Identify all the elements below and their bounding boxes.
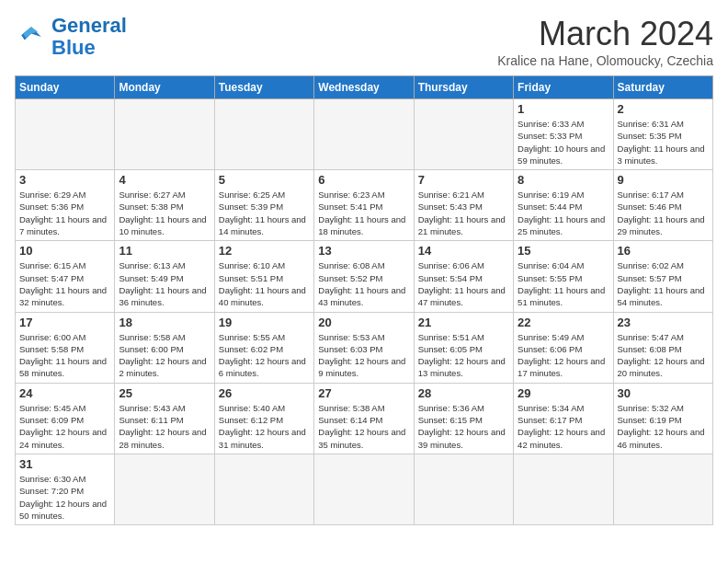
day-number: 1 bbox=[518, 102, 609, 116]
week-row-1: 3Sunrise: 6:29 AM Sunset: 5:36 PM Daylig… bbox=[16, 170, 713, 241]
day-number: 19 bbox=[219, 316, 310, 329]
day-info: Sunrise: 6:04 AM Sunset: 5:55 PM Dayligh… bbox=[518, 259, 609, 308]
calendar-cell: 6Sunrise: 6:23 AM Sunset: 5:41 PM Daylig… bbox=[314, 170, 414, 241]
calendar-cell: 16Sunrise: 6:02 AM Sunset: 5:57 PM Dayli… bbox=[613, 241, 712, 312]
day-info: Sunrise: 6:33 AM Sunset: 5:33 PM Dayligh… bbox=[518, 118, 609, 167]
day-info: Sunrise: 5:55 AM Sunset: 6:02 PM Dayligh… bbox=[219, 331, 310, 380]
day-info: Sunrise: 5:38 AM Sunset: 6:14 PM Dayligh… bbox=[318, 402, 409, 451]
calendar-cell: 7Sunrise: 6:21 AM Sunset: 5:43 PM Daylig… bbox=[414, 170, 513, 241]
day-info: Sunrise: 5:40 AM Sunset: 6:12 PM Dayligh… bbox=[219, 402, 310, 451]
header-row: SundayMondayTuesdayWednesdayThursdayFrid… bbox=[16, 76, 713, 99]
week-row-2: 10Sunrise: 6:15 AM Sunset: 5:47 PM Dayli… bbox=[16, 241, 713, 312]
calendar-cell: 12Sunrise: 6:10 AM Sunset: 5:51 PM Dayli… bbox=[214, 241, 313, 312]
calendar-cell: 11Sunrise: 6:13 AM Sunset: 5:49 PM Dayli… bbox=[115, 241, 214, 312]
day-number: 16 bbox=[618, 244, 709, 258]
calendar-cell bbox=[16, 99, 115, 170]
week-row-4: 24Sunrise: 5:45 AM Sunset: 6:09 PM Dayli… bbox=[16, 383, 713, 454]
calendar-cell: 31Sunrise: 6:30 AM Sunset: 7:20 PM Dayli… bbox=[16, 454, 115, 524]
day-info: Sunrise: 5:47 AM Sunset: 6:08 PM Dayligh… bbox=[618, 331, 709, 380]
calendar-cell: 1Sunrise: 6:33 AM Sunset: 5:33 PM Daylig… bbox=[514, 99, 613, 170]
day-number: 23 bbox=[618, 316, 709, 329]
day-info: Sunrise: 6:29 AM Sunset: 5:36 PM Dayligh… bbox=[19, 189, 110, 237]
day-info: Sunrise: 6:00 AM Sunset: 5:58 PM Dayligh… bbox=[19, 331, 110, 380]
calendar-cell: 26Sunrise: 5:40 AM Sunset: 6:12 PM Dayli… bbox=[214, 383, 313, 454]
day-number: 17 bbox=[19, 316, 110, 329]
calendar-cell: 20Sunrise: 5:53 AM Sunset: 6:03 PM Dayli… bbox=[314, 312, 414, 383]
day-number: 12 bbox=[219, 244, 310, 258]
day-number: 6 bbox=[318, 173, 409, 187]
calendar-cell: 29Sunrise: 5:34 AM Sunset: 6:17 PM Dayli… bbox=[514, 383, 613, 454]
day-info: Sunrise: 6:25 AM Sunset: 5:39 PM Dayligh… bbox=[219, 189, 310, 237]
day-info: Sunrise: 5:51 AM Sunset: 6:05 PM Dayligh… bbox=[418, 331, 509, 380]
calendar-cell: 22Sunrise: 5:49 AM Sunset: 6:06 PM Dayli… bbox=[514, 312, 613, 383]
day-info: Sunrise: 5:58 AM Sunset: 6:00 PM Dayligh… bbox=[119, 331, 210, 380]
calendar-cell: 21Sunrise: 5:51 AM Sunset: 6:05 PM Dayli… bbox=[414, 312, 513, 383]
day-number: 31 bbox=[19, 457, 110, 471]
day-number: 13 bbox=[318, 244, 409, 258]
day-info: Sunrise: 6:27 AM Sunset: 5:38 PM Dayligh… bbox=[119, 189, 210, 237]
logo-icon bbox=[15, 20, 48, 53]
calendar-table: SundayMondayTuesdayWednesdayThursdayFrid… bbox=[15, 75, 713, 525]
day-number: 5 bbox=[219, 173, 310, 187]
calendar-body: 1Sunrise: 6:33 AM Sunset: 5:33 PM Daylig… bbox=[16, 99, 713, 525]
day-info: Sunrise: 6:08 AM Sunset: 5:52 PM Dayligh… bbox=[318, 259, 409, 308]
day-info: Sunrise: 6:30 AM Sunset: 7:20 PM Dayligh… bbox=[19, 473, 110, 522]
logo: GeneralBlue bbox=[15, 15, 127, 59]
day-number: 11 bbox=[119, 244, 210, 258]
calendar-cell bbox=[314, 454, 414, 524]
calendar-cell: 17Sunrise: 6:00 AM Sunset: 5:58 PM Dayli… bbox=[16, 312, 115, 383]
day-header-sunday: Sunday bbox=[16, 76, 115, 99]
calendar-cell: 5Sunrise: 6:25 AM Sunset: 5:39 PM Daylig… bbox=[214, 170, 313, 241]
day-number: 10 bbox=[19, 244, 110, 258]
calendar-cell: 23Sunrise: 5:47 AM Sunset: 6:08 PM Dayli… bbox=[613, 312, 712, 383]
day-number: 8 bbox=[518, 173, 609, 187]
calendar-cell: 18Sunrise: 5:58 AM Sunset: 6:00 PM Dayli… bbox=[115, 312, 214, 383]
day-info: Sunrise: 5:49 AM Sunset: 6:06 PM Dayligh… bbox=[518, 331, 609, 380]
header: GeneralBlue March 2024 Kralice na Hane, … bbox=[15, 15, 713, 68]
day-header-wednesday: Wednesday bbox=[314, 76, 414, 99]
day-header-friday: Friday bbox=[514, 76, 613, 99]
day-info: Sunrise: 5:32 AM Sunset: 6:19 PM Dayligh… bbox=[618, 402, 709, 451]
day-info: Sunrise: 5:43 AM Sunset: 6:11 PM Dayligh… bbox=[119, 402, 210, 451]
day-number: 20 bbox=[318, 316, 409, 329]
calendar-header: SundayMondayTuesdayWednesdayThursdayFrid… bbox=[16, 76, 713, 99]
day-header-tuesday: Tuesday bbox=[214, 76, 313, 99]
week-row-5: 31Sunrise: 6:30 AM Sunset: 7:20 PM Dayli… bbox=[16, 454, 713, 524]
day-number: 29 bbox=[518, 386, 609, 400]
calendar-cell bbox=[214, 454, 313, 524]
calendar-cell: 8Sunrise: 6:19 AM Sunset: 5:44 PM Daylig… bbox=[514, 170, 613, 241]
calendar-cell: 27Sunrise: 5:38 AM Sunset: 6:14 PM Dayli… bbox=[314, 383, 414, 454]
day-info: Sunrise: 6:21 AM Sunset: 5:43 PM Dayligh… bbox=[418, 189, 509, 237]
month-title: March 2024 bbox=[497, 15, 713, 53]
title-area: March 2024 Kralice na Hane, Olomoucky, C… bbox=[497, 15, 713, 68]
day-number: 18 bbox=[119, 316, 210, 329]
day-info: Sunrise: 5:36 AM Sunset: 6:15 PM Dayligh… bbox=[418, 402, 509, 451]
day-info: Sunrise: 6:02 AM Sunset: 5:57 PM Dayligh… bbox=[618, 259, 709, 308]
calendar-cell: 9Sunrise: 6:17 AM Sunset: 5:46 PM Daylig… bbox=[613, 170, 712, 241]
day-number: 2 bbox=[618, 102, 709, 116]
day-info: Sunrise: 6:23 AM Sunset: 5:41 PM Dayligh… bbox=[318, 189, 409, 237]
day-number: 30 bbox=[618, 386, 709, 400]
day-info: Sunrise: 5:53 AM Sunset: 6:03 PM Dayligh… bbox=[318, 331, 409, 380]
calendar-cell: 14Sunrise: 6:06 AM Sunset: 5:54 PM Dayli… bbox=[414, 241, 513, 312]
day-info: Sunrise: 6:15 AM Sunset: 5:47 PM Dayligh… bbox=[19, 259, 110, 308]
day-number: 24 bbox=[19, 386, 110, 400]
day-info: Sunrise: 5:45 AM Sunset: 6:09 PM Dayligh… bbox=[19, 402, 110, 451]
day-number: 28 bbox=[418, 386, 509, 400]
day-number: 22 bbox=[518, 316, 609, 329]
calendar-cell: 30Sunrise: 5:32 AM Sunset: 6:19 PM Dayli… bbox=[613, 383, 712, 454]
day-number: 9 bbox=[618, 173, 709, 187]
calendar-cell: 2Sunrise: 6:31 AM Sunset: 5:35 PM Daylig… bbox=[613, 99, 712, 170]
calendar-cell: 3Sunrise: 6:29 AM Sunset: 5:36 PM Daylig… bbox=[16, 170, 115, 241]
subtitle: Kralice na Hane, Olomoucky, Czechia bbox=[497, 53, 713, 68]
day-number: 7 bbox=[418, 173, 509, 187]
day-header-saturday: Saturday bbox=[613, 76, 712, 99]
day-number: 4 bbox=[119, 173, 210, 187]
day-number: 25 bbox=[119, 386, 210, 400]
calendar-cell bbox=[613, 454, 712, 524]
calendar-cell: 13Sunrise: 6:08 AM Sunset: 5:52 PM Dayli… bbox=[314, 241, 414, 312]
calendar-cell: 25Sunrise: 5:43 AM Sunset: 6:11 PM Dayli… bbox=[115, 383, 214, 454]
calendar-cell: 15Sunrise: 6:04 AM Sunset: 5:55 PM Dayli… bbox=[514, 241, 613, 312]
calendar-cell bbox=[414, 454, 513, 524]
day-info: Sunrise: 6:31 AM Sunset: 5:35 PM Dayligh… bbox=[618, 118, 709, 167]
